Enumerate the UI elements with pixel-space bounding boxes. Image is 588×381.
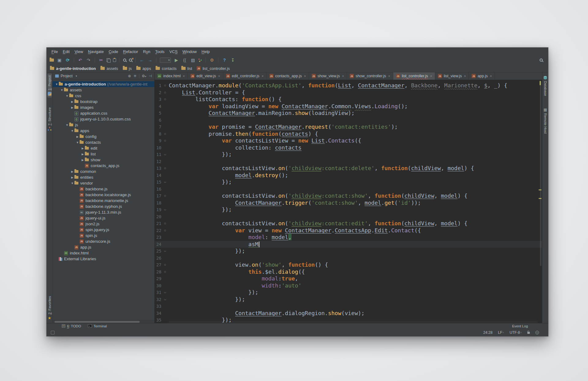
save-all-icon[interactable]: ▣ xyxy=(57,58,62,62)
editor-gutter[interactable]: 18 xyxy=(155,200,169,207)
chevron-collapsed-icon[interactable]: ▶ xyxy=(70,170,74,173)
editor-gutter[interactable]: 4 xyxy=(155,103,169,110)
editor-tab-list-controller-js[interactable]: JSlist_controller.js× xyxy=(393,72,435,80)
editor-gutter[interactable]: 13 xyxy=(155,165,169,172)
editor-gutter[interactable]: 15 xyxy=(155,179,169,186)
chevron-collapsed-icon[interactable]: ▶ xyxy=(81,153,85,156)
editor-gutter[interactable]: 16 xyxy=(155,186,169,193)
editor-gutter[interactable]: 14 xyxy=(155,172,169,179)
fold-marker-icon[interactable] xyxy=(161,140,169,142)
settings-icon[interactable]: ⚙▾ xyxy=(142,74,146,78)
fold-marker-icon[interactable] xyxy=(161,167,169,169)
tree-item-underscore-js[interactable]: JSunderscore.js xyxy=(53,238,154,244)
menu-item-run[interactable]: Run xyxy=(141,49,153,55)
fold-marker-icon[interactable] xyxy=(161,271,169,273)
tree-item-contacts[interactable]: ▼contacts xyxy=(53,139,154,145)
chevron-expanded-icon[interactable]: ▼ xyxy=(60,89,64,92)
tab-close-icon[interactable]: × xyxy=(388,74,390,78)
locate-icon[interactable]: ✳ xyxy=(134,74,137,78)
tree-item-show[interactable]: ▶show xyxy=(53,157,154,163)
menu-item-file[interactable]: File xyxy=(49,49,60,55)
forward-icon[interactable]: → xyxy=(147,58,153,62)
chevron-expanded-icon[interactable]: ▼ xyxy=(65,94,69,97)
tab-close-icon[interactable]: × xyxy=(490,74,492,78)
editor-gutter[interactable]: 23 xyxy=(155,234,169,241)
tree-item-jquery-ui-1-10-0-custom-css[interactable]: {}jquery-ui-1.10.0.custom.css xyxy=(53,116,154,122)
editor-scrollbar[interactable] xyxy=(540,81,541,266)
tree-item-bootstrap[interactable]: ▶bootstrap xyxy=(53,99,154,105)
tree-item-spin-js[interactable]: JSspin.js xyxy=(53,233,154,238)
tree-item-images[interactable]: ▶images xyxy=(53,105,154,110)
breadcrumb-item-a-gentle-introduction[interactable]: a-gentle-introduction xyxy=(50,66,96,71)
editor-tab-show-controller-js[interactable]: JSshow_controller.js× xyxy=(347,72,393,80)
tree-item-jquery-ui-js[interactable]: JSjquery-ui.js xyxy=(53,215,154,221)
tool-stripe-button-1-project[interactable]: 1: Project xyxy=(47,74,52,97)
toolwindow-toggle-icon[interactable] xyxy=(51,331,55,334)
chevron-collapsed-icon[interactable]: ▶ xyxy=(70,176,74,179)
back-icon[interactable]: ← xyxy=(139,58,145,62)
tree-item-backbone-marionette-js[interactable]: JSbackbone.marionette.js xyxy=(53,198,154,204)
tab-close-icon[interactable]: × xyxy=(262,74,263,78)
breadcrumb-item-apps[interactable]: apps xyxy=(136,66,151,71)
breadcrumb-item-list[interactable]: list xyxy=(181,66,192,71)
menu-item-view[interactable]: View xyxy=(72,49,85,55)
menu-item-navigate[interactable]: Navigate xyxy=(85,49,106,55)
tree-item-backbone-localstorage-js[interactable]: JSbackbone.localstorage.js xyxy=(53,192,154,198)
editor-gutter[interactable]: 3 xyxy=(155,96,169,103)
editor-gutter[interactable]: 29 xyxy=(155,275,169,282)
tree-item-json2-js[interactable]: JSjson2.js xyxy=(53,221,154,227)
replace-icon[interactable]: R xyxy=(129,59,132,62)
editor-tab-show-view-js[interactable]: JSshow_view.js× xyxy=(309,72,347,80)
editor-gutter[interactable]: 34 xyxy=(155,310,169,317)
collapse-all-icon[interactable]: ⊗ xyxy=(128,74,131,78)
tree-item-backbone-syphon-js[interactable]: JSbackbone.syphon.js xyxy=(53,204,154,209)
editor-gutter[interactable]: 21 xyxy=(155,220,169,227)
editor-gutter[interactable]: 11 xyxy=(155,151,169,158)
editor-gutter[interactable]: 27 xyxy=(155,261,169,269)
tree-item-backbone-js[interactable]: JSbackbone.js xyxy=(53,186,154,192)
editor-gutter[interactable]: 31 xyxy=(155,289,169,296)
chevron-collapsed-icon[interactable]: ▶ xyxy=(75,135,80,138)
editor-horizontal-scrollbar[interactable] xyxy=(169,321,538,323)
run-configuration-combo[interactable]: ▾ xyxy=(160,58,171,63)
toolwindow-button-6-todo[interactable]: 6: TODO xyxy=(62,324,81,328)
tree-item-application-css[interactable]: {}application.css xyxy=(53,110,154,116)
tab-close-icon[interactable]: × xyxy=(342,74,344,78)
tool-stripe-button-remote-host[interactable]: ▦Remote Host xyxy=(543,106,548,135)
editor-gutter[interactable]: 22 xyxy=(155,227,169,234)
inspections-hector-icon[interactable] xyxy=(535,331,539,334)
tool-stripe-button-database[interactable]: Database xyxy=(543,74,548,98)
editor-gutter[interactable]: 30 xyxy=(155,282,169,289)
chevron-collapsed-icon[interactable]: ▶ xyxy=(81,147,85,150)
tree-item-list[interactable]: ▶list xyxy=(53,151,154,157)
menu-item-code[interactable]: Code xyxy=(106,49,121,55)
tree-item-css[interactable]: ▼css xyxy=(53,93,154,99)
chevron-expanded-icon[interactable]: ▼ xyxy=(70,182,74,185)
encoding-indicator[interactable]: UTF-8÷ xyxy=(510,330,522,335)
breadcrumb-item-contacts[interactable]: contacts xyxy=(156,66,176,71)
line-separator-indicator[interactable]: LF÷ xyxy=(498,330,504,335)
editor-gutter[interactable]: 12 xyxy=(155,158,169,165)
menu-item-tools[interactable]: Tools xyxy=(153,49,167,55)
editor-gutter[interactable]: 26 xyxy=(155,255,169,262)
profiler-icon[interactable] xyxy=(198,58,202,62)
help-icon[interactable]: ? xyxy=(222,58,227,62)
tree-item-entities[interactable]: ▶entities xyxy=(53,174,154,180)
export-icon[interactable]: ↧ xyxy=(230,58,236,62)
menu-item-vcs[interactable]: VCS xyxy=(167,49,180,55)
tool-stripe-button-7-structure[interactable]: 7: Structure xyxy=(47,105,52,132)
fold-marker-icon[interactable] xyxy=(161,230,169,231)
editor-tab-contacts-app-js[interactable]: JScontacts_app.js× xyxy=(267,72,309,80)
fold-marker-icon[interactable] xyxy=(161,181,169,183)
editor-gutter[interactable]: 10 xyxy=(155,144,169,151)
fold-marker-icon[interactable] xyxy=(161,98,169,100)
editor-gutter[interactable]: 9 xyxy=(155,137,169,144)
coverage-icon[interactable]: ▨ xyxy=(190,58,196,62)
find-icon[interactable] xyxy=(123,59,126,62)
redo-icon[interactable]: ↷ xyxy=(86,58,91,62)
tree-item-assets[interactable]: ▼assets xyxy=(53,87,154,93)
tree-item-jquery-1-11-3-min-js[interactable]: 01jquery-1.11.3.min.js xyxy=(53,209,154,215)
breadcrumb-item-list_controller.js[interactable]: JSlist_controller.js xyxy=(197,66,230,71)
open-project-icon[interactable] xyxy=(50,59,54,62)
tab-close-icon[interactable]: × xyxy=(183,74,185,78)
